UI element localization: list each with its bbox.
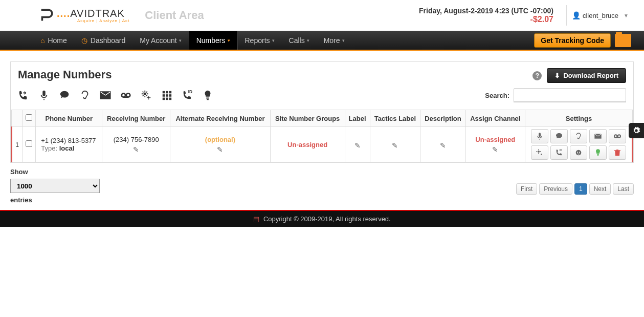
nav-my-account[interactable]: My Account▾ bbox=[132, 31, 188, 50]
select-all-checkbox[interactable] bbox=[26, 114, 32, 121]
setting-voicemail-button[interactable] bbox=[609, 129, 626, 143]
setting-delete-button[interactable] bbox=[609, 145, 626, 160]
cell-tactics: ✎ bbox=[370, 127, 420, 162]
alt-receiving: (optional) bbox=[173, 136, 267, 143]
svg-point-24 bbox=[577, 152, 578, 153]
get-tracking-code-button[interactable]: Get Tracking Code bbox=[534, 33, 611, 48]
edit-icon[interactable]: ✎ bbox=[217, 145, 223, 154]
setting-chat-button[interactable] bbox=[550, 129, 568, 143]
pag-first[interactable]: First bbox=[516, 183, 537, 195]
side-settings-button[interactable] bbox=[629, 123, 644, 138]
nav-home[interactable]: ⌂Home bbox=[33, 31, 74, 50]
caller-id-icon[interactable]: ID bbox=[182, 90, 193, 101]
svg-rect-9 bbox=[163, 94, 165, 97]
col-settings: Settings bbox=[525, 110, 633, 127]
nav-dashboard[interactable]: ◷Dashboard bbox=[74, 31, 133, 50]
col-site-groups[interactable]: Site Number Groups bbox=[270, 110, 345, 127]
rights: All rights reserved. bbox=[336, 215, 391, 223]
grid-icon[interactable] bbox=[161, 90, 172, 101]
ear-icon[interactable] bbox=[79, 90, 91, 101]
pag-next[interactable]: Next bbox=[589, 183, 611, 195]
mail-icon[interactable] bbox=[100, 90, 111, 101]
show-label-bottom: entries bbox=[10, 196, 634, 204]
microphone-icon[interactable] bbox=[38, 90, 50, 101]
pag-prev[interactable]: Previous bbox=[539, 183, 572, 195]
nav-more[interactable]: More▾ bbox=[317, 31, 352, 50]
row-index: 1 bbox=[12, 127, 23, 162]
edit-icon[interactable]: ✎ bbox=[392, 141, 398, 150]
svg-point-20 bbox=[538, 151, 540, 153]
cell-alt-receiving: (optional) ✎ bbox=[170, 127, 271, 162]
client-area-title: Client Area bbox=[145, 9, 204, 22]
edit-icon[interactable]: ✎ bbox=[133, 145, 139, 154]
edit-icon[interactable]: ✎ bbox=[492, 145, 498, 154]
row-checkbox[interactable] bbox=[26, 140, 32, 147]
edit-icon[interactable]: ✎ bbox=[354, 141, 361, 150]
col-channel[interactable]: Assign Channel bbox=[465, 110, 525, 127]
setting-gears-button[interactable] bbox=[531, 145, 548, 160]
help-icon[interactable]: ? bbox=[532, 71, 542, 80]
cell-phone: +1 (234) 813-5377 Type: local bbox=[36, 127, 102, 162]
home-icon: ⌂ bbox=[40, 36, 45, 45]
col-phone[interactable]: Phone Number bbox=[36, 110, 102, 127]
account-balance: -$2.07 bbox=[419, 15, 553, 24]
folder-icon[interactable] bbox=[615, 34, 631, 47]
nav-numbers[interactable]: Numbers▾ bbox=[189, 31, 238, 50]
svg-text:ID: ID bbox=[188, 90, 192, 94]
type-label: Type: bbox=[41, 144, 59, 152]
logo[interactable]: ....AVIDTRAK Acquire | Analyze | Act bbox=[38, 7, 129, 24]
dashboard-icon: ◷ bbox=[81, 36, 87, 45]
datetime: Friday, August-2-2019 4:23 (UTC -07:00) … bbox=[419, 7, 553, 24]
voicemail-icon[interactable] bbox=[120, 90, 131, 101]
pag-page-1[interactable]: 1 bbox=[574, 183, 587, 195]
col-checkbox bbox=[23, 110, 36, 127]
chevron-down-icon: ▾ bbox=[179, 38, 182, 43]
search-input[interactable] bbox=[514, 88, 626, 102]
assign-channel: Un-assigned bbox=[469, 136, 522, 143]
chat-icon[interactable] bbox=[59, 90, 70, 101]
user-icon: 👤 bbox=[572, 11, 581, 19]
toolbar: ID bbox=[18, 90, 213, 101]
svg-rect-7 bbox=[166, 91, 168, 94]
bulb-icon[interactable] bbox=[202, 90, 213, 101]
gears-icon[interactable] bbox=[141, 90, 152, 101]
svg-point-5 bbox=[148, 97, 150, 99]
col-label[interactable]: Label bbox=[345, 110, 370, 127]
svg-rect-14 bbox=[169, 98, 172, 100]
receiving-number: (234) 756-7890 bbox=[105, 136, 167, 143]
edit-icon[interactable]: ✎ bbox=[440, 141, 446, 150]
col-tactics[interactable]: Tactics Label bbox=[370, 110, 420, 127]
svg-rect-10 bbox=[166, 94, 168, 97]
setting-bot-button[interactable] bbox=[570, 145, 587, 160]
logo-subtitle: Acquire | Analyze | Act bbox=[57, 18, 129, 23]
show-label-top: Show bbox=[10, 168, 634, 176]
numbers-table: Phone Number Receiving Number Alternate … bbox=[11, 110, 633, 162]
col-alt-receiving[interactable]: Alternate Receiving Number bbox=[170, 110, 271, 127]
svg-rect-12 bbox=[163, 98, 165, 100]
setting-mail-button[interactable] bbox=[589, 129, 607, 143]
nav-calls[interactable]: Calls▾ bbox=[282, 31, 317, 50]
svg-point-23 bbox=[576, 150, 582, 156]
chevron-down-icon: ▾ bbox=[342, 38, 345, 43]
svg-point-4 bbox=[144, 93, 147, 96]
chevron-down-icon: ▾ bbox=[307, 38, 309, 43]
user-menu[interactable]: 👤 client_bruce ▼ bbox=[572, 11, 629, 19]
username: client_bruce bbox=[583, 12, 618, 19]
setting-callerid-button[interactable]: ID bbox=[550, 145, 568, 160]
nav-reports[interactable]: Reports▾ bbox=[238, 31, 282, 50]
pagination: First Previous 1 Next Last bbox=[10, 183, 634, 195]
site-groups: Un-assigned bbox=[274, 141, 342, 149]
setting-bulb-button[interactable] bbox=[589, 145, 607, 160]
col-receiving[interactable]: Receiving Number bbox=[102, 110, 170, 127]
setting-ear-button[interactable] bbox=[570, 129, 587, 143]
search-label: Search: bbox=[485, 92, 509, 99]
col-description[interactable]: Description bbox=[420, 110, 465, 127]
download-report-button[interactable]: ⬇Download Report bbox=[547, 68, 626, 83]
entries-select[interactable]: 1000 bbox=[10, 179, 100, 193]
divider bbox=[566, 5, 567, 26]
phone-forward-icon[interactable] bbox=[18, 90, 29, 101]
setting-mic-button[interactable] bbox=[531, 129, 548, 143]
cell-channel: Un-assigned ✎ bbox=[465, 127, 525, 162]
pag-last[interactable]: Last bbox=[613, 183, 634, 195]
svg-point-21 bbox=[541, 154, 542, 155]
